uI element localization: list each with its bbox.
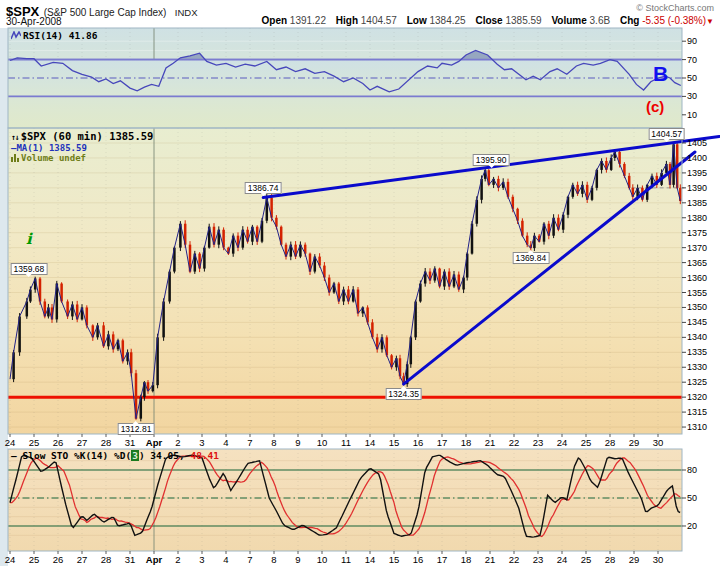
date-label: 11: [341, 554, 351, 565]
price-annotation: 1404.57: [648, 128, 685, 140]
stoch-legend-prefix: Slow STO %K(14) %D(: [22, 450, 131, 461]
open-label: Open: [262, 15, 288, 26]
ma-legend[interactable]: —MA(1) 1385.59: [11, 143, 87, 153]
date-label: 2: [175, 437, 180, 448]
rsi-axis-label: 10: [687, 110, 697, 120]
chg-value: -5.35 (-0.38%): [642, 15, 706, 26]
rsi-axis-label: 50: [687, 73, 697, 83]
date-label: 29: [629, 554, 640, 565]
copyright[interactable]: © StockCharts.com: [636, 3, 714, 13]
price-axis-label: 1390: [687, 183, 707, 193]
date-label: 15: [389, 437, 400, 448]
date-label: 3: [199, 437, 204, 448]
wave-label-i: i: [26, 230, 32, 248]
rsi-legend-text: RSI(14) 41.86: [23, 30, 97, 41]
updown-arrows-icon: ↑↓: [11, 133, 19, 142]
wave-label-c: (c): [646, 98, 664, 115]
date-label: 7: [247, 554, 252, 565]
date-label: 10: [317, 437, 328, 448]
rsi-legend[interactable]: RSI(14) 41.86: [11, 30, 97, 42]
price-axis-label: 1310: [687, 422, 707, 432]
date-label: 24: [5, 554, 16, 565]
stoch-legend[interactable]: — Slow STO %K(14) %D(3) 34.05, 48.41: [11, 450, 219, 461]
annotation-pointer: [401, 386, 407, 389]
annotation-pointer: [664, 139, 670, 142]
price-legend-text: $SPX (60 min) 1385.59: [21, 130, 154, 142]
price-axis-label: 1405: [687, 138, 707, 148]
date-label: 25: [581, 554, 592, 565]
date-label: 8: [271, 437, 276, 448]
rsi-zigzag-icon: [11, 31, 21, 42]
date-label: 26: [53, 554, 64, 565]
stoch-axis-label: 50: [687, 493, 697, 503]
date-label: 24: [557, 554, 568, 565]
price-axis-label: 1375: [687, 228, 707, 238]
date-label: 4: [223, 437, 228, 448]
date-label: 9: [295, 437, 300, 448]
date-label: 21: [485, 437, 496, 448]
price-axis-label: 1335: [687, 347, 707, 357]
date-label: 28: [101, 437, 112, 448]
date-label: 28: [605, 437, 616, 448]
date-label: 25: [581, 437, 592, 448]
price-axis-label: 1370: [687, 243, 707, 253]
date-label: 2: [175, 554, 180, 565]
high-value: 1404.57: [361, 15, 397, 26]
price-annotation: 1395.90: [473, 154, 510, 166]
date-label: 27: [77, 554, 88, 565]
date-label: 14: [365, 437, 376, 448]
annotation-pointer: [488, 165, 494, 168]
price-annotation: 1386.74: [245, 182, 282, 194]
volume-legend[interactable]: Volume undef: [11, 153, 86, 164]
price-axis-label: 1330: [687, 362, 707, 372]
price-axis-label: 1345: [687, 317, 707, 327]
date-label: 28: [101, 554, 112, 565]
date-label: 18: [461, 437, 472, 448]
chart-date: 30-Apr-2008: [6, 16, 62, 27]
close-label: Close: [475, 15, 502, 26]
stoch-legend-suffix: ): [139, 450, 145, 461]
date-label: 7: [247, 437, 252, 448]
symbol-exchange: INDX: [175, 7, 198, 18]
volume-bars-icon: [11, 154, 19, 164]
rsi-axis-label: 30: [687, 91, 697, 101]
date-label: 28: [605, 554, 616, 565]
price-axis-label: 1385: [687, 198, 707, 208]
date-label: 30: [653, 437, 664, 448]
chg-label: Chg: [620, 15, 639, 26]
date-label: 17: [437, 437, 448, 448]
date-label: 25: [29, 437, 40, 448]
date-label: 10: [317, 554, 328, 565]
price-annotation: 1359.68: [11, 263, 48, 275]
chart-canvas: [0, 0, 720, 566]
stoch-dash-icon: —: [11, 450, 17, 461]
price-annotation: 1369.84: [512, 252, 549, 264]
ma-legend-text: MA(1) 1385.59: [16, 143, 86, 153]
stoch-param-highlight[interactable]: 3: [131, 450, 139, 461]
date-label: 4: [223, 554, 228, 565]
price-axis-label: 1365: [687, 258, 707, 268]
price-legend[interactable]: ↑↓$SPX (60 min) 1385.59: [11, 130, 153, 142]
price-axis-label: 1395: [687, 168, 707, 178]
price-annotation: 1312.81: [118, 423, 155, 435]
date-label: 23: [533, 437, 544, 448]
date-label: 31: [125, 437, 136, 448]
date-label: 22: [509, 554, 520, 565]
volume-value: 3.6B: [590, 15, 611, 26]
date-label: 9: [295, 554, 300, 565]
date-label: 14: [365, 554, 376, 565]
annotation-pointer: [133, 421, 139, 424]
wave-label-b: B: [653, 62, 668, 86]
rsi-axis-label: 70: [687, 55, 697, 65]
date-label: 21: [485, 554, 496, 565]
high-label: High: [336, 15, 358, 26]
price-axis-label: 1340: [687, 332, 707, 342]
rsi-axis-label: 90: [687, 36, 697, 46]
low-label: Low: [407, 15, 427, 26]
close-value: 1385.59: [505, 15, 541, 26]
date-label: 26: [53, 437, 64, 448]
date-label: 8: [271, 554, 276, 565]
date-label: 24: [5, 437, 16, 448]
date-label: 23: [533, 554, 544, 565]
stockcharts-chart: $SPX (S&P 500 Large Cap Index) INDX © St…: [0, 0, 720, 566]
